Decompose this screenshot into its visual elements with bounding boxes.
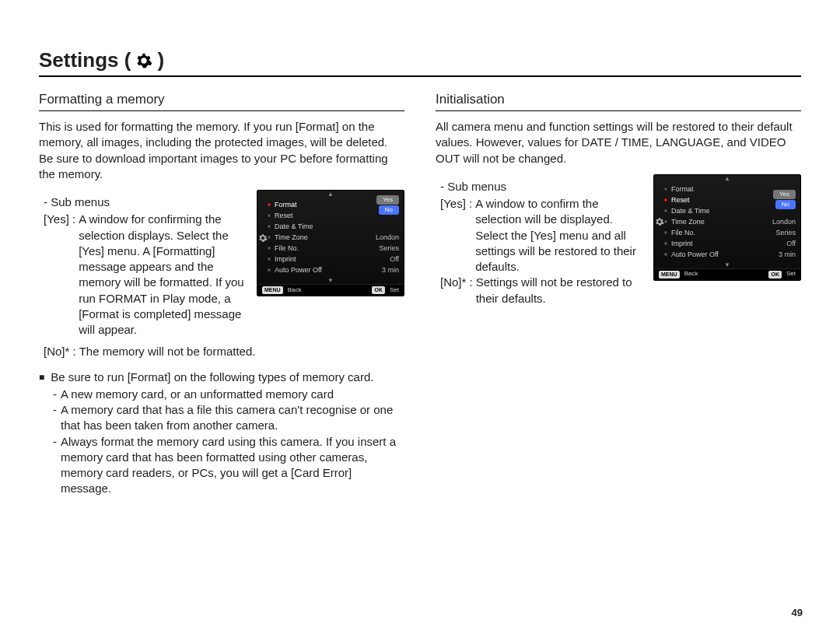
cam-item-label: File No. <box>275 243 374 253</box>
dash-item: -A memory card that has a file this came… <box>53 402 404 434</box>
cam-item-value: London <box>772 217 796 226</box>
cam-item-label: Reset <box>275 211 399 220</box>
submenu-no-val: Settings will not be restored to their d… <box>476 275 646 306</box>
intro-text: This is used for formatting the memory. … <box>39 119 404 182</box>
cam-item-label: Imprint <box>671 239 782 248</box>
section-heading: Initialisation <box>436 91 801 111</box>
submenu-yes-val: A window to confirm the selection will b… <box>475 196 646 275</box>
section-heading: Formatting a memory <box>39 91 404 111</box>
cam-item: Time ZoneLondon <box>262 232 399 243</box>
cam-item-value: Off <box>786 239 796 248</box>
cam-item-value: 3 min <box>779 250 796 259</box>
footer-set-label: Set <box>786 270 796 278</box>
cam-item-dot-icon <box>267 246 271 250</box>
cam-item: Date & Time <box>262 221 399 232</box>
cam-item-label: Auto Power Off <box>671 250 774 259</box>
cam-item-value: Series <box>775 228 796 237</box>
cam-item-dot-icon <box>663 219 668 224</box>
cam-footer: MENUBackOKSet <box>654 268 800 280</box>
page-number: 49 <box>792 606 803 620</box>
page-title: Settings ( ) <box>39 47 801 77</box>
dash-list: -A new memory card, or an unformatted me… <box>53 387 404 497</box>
cam-item-label: Auto Power Off <box>275 265 377 275</box>
camera-screenshot-reset: ▲FormatResetYesNoDate & TimeTime ZoneLon… <box>653 174 801 281</box>
dash-item: -Always format the memory card using thi… <box>53 434 404 497</box>
footer-back-tag: MENU <box>659 271 680 278</box>
cam-item-label: File No. <box>671 228 771 237</box>
submenu-no-val: The memory will not be formatted. <box>79 344 404 359</box>
cam-item: Auto Power Off3 min <box>659 249 796 260</box>
cam-item-value: Off <box>390 254 399 264</box>
cam-item-dot-icon <box>267 268 271 272</box>
gear-icon <box>135 47 152 74</box>
bullet-lead-text: Be sure to run [Format] on the following… <box>51 370 373 385</box>
cam-item-label: Date & Time <box>275 222 399 231</box>
scroll-down-icon: ▼ <box>257 277 404 284</box>
cam-item: FormatYesNo <box>262 199 399 210</box>
scroll-up-icon: ▲ <box>654 175 800 182</box>
submenu-no-key: [No]* : <box>440 275 473 290</box>
cam-item: ImprintOff <box>659 238 796 249</box>
cam-item-dot-icon <box>663 252 668 257</box>
cam-item-label: Time Zone <box>275 233 371 242</box>
cam-item: File No.Series <box>262 243 399 254</box>
cam-item-dot-icon <box>267 213 271 218</box>
cam-item-dot-icon <box>663 230 668 235</box>
cam-item-label: Date & Time <box>671 206 796 215</box>
footer-set-tag: OK <box>768 271 782 278</box>
cam-item: ResetYesNo <box>659 194 796 205</box>
cam-footer: MENUBackOKSet <box>257 284 404 296</box>
section-initialisation: Initialisation All camera menu and funct… <box>436 91 801 496</box>
cam-item-label: Format <box>275 200 376 209</box>
cam-item-dot-icon <box>267 202 271 207</box>
cam-item: File No.Series <box>659 227 796 238</box>
footer-set-tag: OK <box>372 286 385 294</box>
scroll-down-icon: ▼ <box>654 261 800 268</box>
section-format: Formatting a memory This is used for for… <box>39 91 404 496</box>
footer-back-tag: MENU <box>262 286 283 294</box>
cam-item-label: Time Zone <box>671 217 768 226</box>
submenu-yes-key: [Yes] : <box>44 212 75 227</box>
title-prefix: Settings ( <box>39 47 131 74</box>
title-suffix: ) <box>157 47 164 74</box>
cam-item-value: Series <box>379 243 399 253</box>
cam-item: Time ZoneLondon <box>659 216 796 227</box>
intro-text: All camera menu and function settings wi… <box>436 119 801 166</box>
cam-item: ImprintOff <box>262 254 399 264</box>
submenus-label: - Sub menus <box>440 179 646 194</box>
cam-item-dot-icon <box>663 187 668 191</box>
cam-item-label: Reset <box>671 195 773 205</box>
cam-item-dot-icon <box>663 241 668 246</box>
submenu-yes-val: A window for confirming the selection di… <box>79 212 249 338</box>
cam-item-value: 3 min <box>382 265 399 275</box>
submenus-label: - Sub menus <box>44 194 249 210</box>
cam-item-value: London <box>376 233 399 242</box>
submenu-no-key: [No]* : <box>44 344 76 359</box>
camera-screenshot-format: ▲FormatYesNoResetDate & TimeTime ZoneLon… <box>257 190 404 296</box>
cam-item: Reset <box>262 210 399 221</box>
cam-opt-yes: Yes <box>376 195 399 205</box>
dash-item: -A new memory card, or an unformatted me… <box>53 387 404 402</box>
cam-opt-yes: Yes <box>773 190 796 199</box>
cam-item-label: Imprint <box>275 254 385 264</box>
cam-item: Date & Time <box>659 205 796 216</box>
footer-back-label: Back <box>684 270 698 278</box>
bullet-square-icon: ■ <box>39 370 44 385</box>
cam-item-dot-icon <box>267 224 271 229</box>
cam-item-dot-icon <box>663 198 668 202</box>
submenu-yes-key: [Yes] : <box>440 196 472 212</box>
cam-item: Auto Power Off3 min <box>262 264 399 275</box>
cam-item-dot-icon <box>267 235 271 240</box>
footer-set-label: Set <box>390 286 399 295</box>
footer-back-label: Back <box>288 286 302 295</box>
cam-item-dot-icon <box>663 208 668 213</box>
cam-item-dot-icon <box>267 257 271 261</box>
